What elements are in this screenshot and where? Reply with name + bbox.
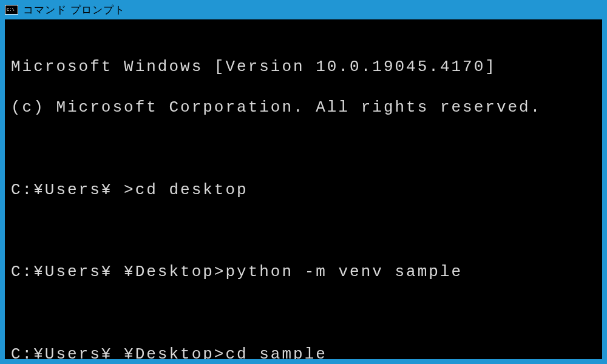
terminal-output[interactable]: Microsoft Windows [Version 10.0.19045.41… (5, 19, 602, 359)
window-title: コマンド プロンプト (23, 3, 125, 17)
blank-line (11, 303, 596, 324)
blank-line (11, 139, 596, 160)
terminal-line: C:¥Users¥ >cd desktop (11, 180, 596, 201)
blank-line (11, 221, 596, 241)
cmd-icon (5, 5, 18, 15)
titlebar[interactable]: コマンド プロンプト (0, 0, 607, 19)
terminal-line: C:¥Users¥ ¥Desktop>cd sample (11, 345, 596, 359)
terminal-line: C:¥Users¥ ¥Desktop>python -m venv sample (11, 262, 596, 283)
terminal-line: Microsoft Windows [Version 10.0.19045.41… (11, 57, 596, 78)
terminal-line: (c) Microsoft Corporation. All rights re… (11, 98, 596, 118)
